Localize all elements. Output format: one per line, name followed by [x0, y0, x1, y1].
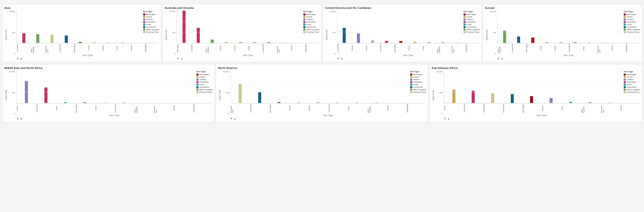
bar-group-snacks [130, 10, 144, 43]
legend-color-household [410, 86, 412, 88]
bar-household [343, 28, 346, 43]
x-label-household: Household [511, 43, 526, 54]
bar-clothes [550, 98, 553, 103]
bar-cereal [93, 42, 96, 43]
bar-cereal [545, 42, 548, 43]
bar-cosmetics [22, 33, 25, 43]
legend-color-beverages [464, 13, 466, 15]
bar-group-cosmetics [328, 70, 347, 103]
sort-up-button[interactable]: ▲ [20, 57, 23, 60]
bar-personal-care [239, 84, 242, 103]
legend-title: Item Type [410, 70, 427, 73]
sort-down-button[interactable]: ▼ [230, 117, 233, 120]
bar-beverages [79, 42, 82, 43]
x-label-snacks: Snacks [611, 43, 625, 54]
bar-personal-care [456, 43, 459, 43]
legend-label-clothes: Clothes [626, 18, 633, 21]
bar-snacks [181, 103, 184, 103]
bar-group-office-supplies [498, 10, 512, 43]
bars-container [337, 10, 478, 43]
bar-group-snacks [386, 70, 406, 103]
legend-label-fruits: Fruits [626, 83, 632, 86]
x-label-cereal: Cereal [289, 103, 308, 114]
x-axis-labels: BeveragesCosmeticsOffice SuppliesCerealC… [177, 43, 319, 54]
sort-up-button[interactable]: ▲ [234, 117, 236, 120]
chart-title-sub-saharan: Sub-Saharan Africa [432, 66, 640, 69]
bar-group-personal-care [230, 70, 250, 103]
sort-down-button[interactable]: ▼ [16, 57, 19, 60]
bar-personal-care [602, 43, 605, 43]
y-axis-ticks: 20.65k10k0 [8, 70, 16, 115]
sort-up-button[interactable]: ▲ [20, 117, 23, 120]
sort-up-button[interactable]: ▲ [340, 57, 343, 60]
x-label-cosmetics: Cosmetics [36, 103, 56, 114]
legend-color-clothes [624, 19, 626, 21]
sort-up-button[interactable]: ▲ [501, 57, 503, 60]
sort-controls: ▼▲ [337, 57, 480, 60]
legend-item-office-supplies: Office Supplies [410, 89, 427, 91]
bar-group-personal-care [600, 70, 619, 103]
bar-group-fruits [115, 10, 130, 43]
legend-label-cosmetics: Cosmetics [146, 21, 155, 23]
bar-group-fruits [247, 10, 262, 43]
legend-color-personal-care [410, 91, 412, 93]
sort-down-button[interactable]: ▼ [444, 117, 446, 120]
legend-label-clothes: Clothes [146, 18, 153, 21]
sort-down-button[interactable]: ▼ [497, 57, 500, 60]
bar-group-office-supplies [580, 70, 600, 103]
bar-group-vegetables [483, 70, 503, 103]
bar-group-clothes [541, 70, 561, 103]
legend-item-fruits: Fruits [410, 83, 427, 86]
bar-group-beverages [75, 70, 95, 103]
sort-down-button[interactable]: ▼ [16, 117, 19, 120]
legend-item-beverages: Beverages [624, 73, 640, 76]
legend-item-household: Household [464, 26, 480, 28]
bar-household [517, 37, 520, 43]
sort-down-button[interactable]: ▼ [337, 57, 340, 60]
x-label-clothes: Clothes [102, 43, 116, 54]
bar-group-clothes [351, 10, 366, 43]
x-axis-labels: CosmeticsOffice SuppliesPersonal CareHou… [16, 43, 159, 54]
bar-group-cosmetics [379, 10, 394, 43]
bar-group-household [337, 10, 352, 43]
legend-label-beverages: Beverages [199, 73, 209, 76]
legend-color-cereal [196, 76, 199, 78]
legend-title: Item Type [624, 70, 640, 73]
y-axis-ticks: 20.65k10k0 [8, 10, 16, 55]
legend: Item TypeBeveragesCerealClothesCosmetics… [464, 10, 480, 33]
legend-item-personal-care: Personal Care [624, 31, 640, 33]
x-label-household: Household [250, 103, 269, 114]
legend-label-beverages: Beverages [413, 73, 423, 76]
x-label-office-supplies: Office Supplies [581, 103, 601, 114]
bar-beverages [399, 41, 402, 43]
legend-label-cosmetics: Cosmetics [413, 81, 422, 83]
bar-group-office-supplies [31, 10, 45, 43]
legend: Item TypeBeveragesCerealClothesCosmetics… [624, 70, 640, 94]
legend-item-personal-care: Personal Care [303, 31, 320, 33]
sort-up-button[interactable]: ▲ [180, 57, 183, 60]
legend-color-cosmetics [196, 81, 199, 83]
bar-household [122, 103, 125, 103]
bar-personal-care [161, 103, 164, 103]
x-label-snacks: Snacks [366, 43, 380, 54]
legend-color-beverages [410, 74, 412, 76]
legend-item-cosmetics: Cosmetics [410, 81, 427, 83]
sort-up-button[interactable]: ▲ [447, 117, 450, 120]
legend: Item TypeBeveragesCerealClothesCosmetics… [143, 10, 160, 33]
top-charts-grid: AsiaTotal Profit20.65k10k0CosmeticsOffic… [2, 4, 642, 63]
bar-group-cosmetics [568, 10, 582, 43]
bar-group-cereal [95, 70, 114, 103]
legend-label-office-supplies: Office Supplies [199, 89, 213, 91]
legend-item-cosmetics: Cosmetics [624, 21, 640, 23]
bar-cosmetics [472, 91, 475, 103]
bar-snacks [295, 43, 299, 43]
bar-group-household [114, 70, 134, 103]
sort-down-button[interactable]: ▼ [177, 57, 179, 60]
legend-item-cosmetics: Cosmetics [624, 81, 640, 83]
chart-title-europe: Europe [485, 6, 640, 9]
bar-group-personal-care [153, 70, 173, 103]
y-axis-label: Total Profit [4, 70, 8, 120]
legend-label-clothes: Clothes [626, 78, 633, 81]
legend-color-cereal [410, 76, 412, 78]
legend-label-office-supplies: Office Supplies [626, 89, 640, 91]
